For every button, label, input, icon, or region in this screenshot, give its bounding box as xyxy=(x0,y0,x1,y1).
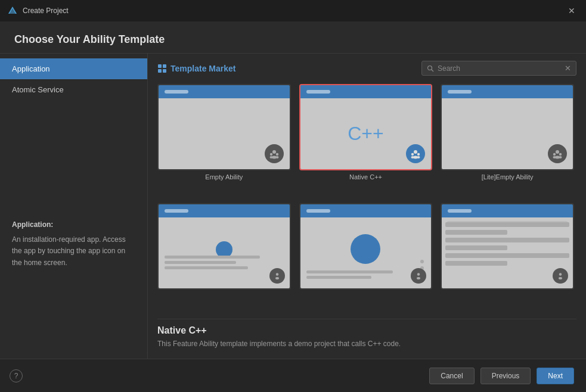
sidebar-item-atomic-service[interactable]: Atomic Service xyxy=(0,79,147,100)
template-preview-empty-ability xyxy=(157,84,291,170)
template-badge-lite xyxy=(548,144,567,163)
template-preview-native-cpp: C++ xyxy=(299,84,433,170)
template-preview-6 xyxy=(441,203,574,290)
template-card-lite-empty[interactable]: [Lite]Empty Ability xyxy=(441,84,574,195)
sidebar-item-application[interactable]: Application xyxy=(0,58,147,79)
people-icon-lite xyxy=(552,148,563,159)
cancel-button[interactable]: Cancel xyxy=(429,368,474,384)
description-title: Application: xyxy=(12,219,135,231)
people-icon-5 xyxy=(414,272,423,280)
template-badge-empty xyxy=(265,144,284,163)
selected-template-name: Native C++ xyxy=(157,325,576,336)
template-card-native-cpp[interactable]: C++ Nati xyxy=(299,84,433,195)
svg-point-16 xyxy=(417,153,420,155)
svg-point-9 xyxy=(269,153,272,155)
search-icon xyxy=(427,65,434,72)
template-market-label: Template Market xyxy=(157,64,235,73)
people-icon-cpp xyxy=(410,148,421,159)
main-area: Template Market ✕ xyxy=(148,54,586,359)
app-logo-icon xyxy=(7,5,18,16)
description-section: Native C++ This Feature Ability template… xyxy=(157,319,576,351)
svg-rect-4 xyxy=(158,69,162,73)
template-preview-4 xyxy=(157,203,291,290)
svg-point-12 xyxy=(269,156,272,158)
svg-point-26 xyxy=(275,273,278,275)
template-card-empty-ability[interactable]: Empty Ability xyxy=(157,84,291,195)
svg-point-6 xyxy=(428,66,432,70)
svg-line-7 xyxy=(432,69,434,71)
sidebar-description: Application: An installation-required ap… xyxy=(0,207,147,281)
people-icon-6 xyxy=(556,272,565,280)
svg-point-13 xyxy=(275,156,278,158)
svg-point-21 xyxy=(553,153,556,155)
search-input[interactable] xyxy=(438,64,561,73)
template-name-lite-empty: [Lite]Empty Ability xyxy=(482,173,534,181)
template-name-empty-ability: Empty Ability xyxy=(205,173,243,181)
next-button[interactable]: Next xyxy=(537,368,574,384)
svg-point-10 xyxy=(275,153,278,155)
people-icon xyxy=(269,148,280,159)
template-preview-lite-empty xyxy=(441,84,574,170)
svg-point-8 xyxy=(272,150,276,154)
search-box[interactable]: ✕ xyxy=(421,61,576,76)
svg-point-14 xyxy=(414,150,417,154)
description-text: An installation-required app. Access the… xyxy=(12,234,135,269)
template-preview-5 xyxy=(299,203,433,290)
sidebar: Application Atomic Service Application: … xyxy=(0,54,148,359)
page-title: Choose Your Ability Template xyxy=(14,33,165,45)
title-bar-title: Create Project xyxy=(23,7,69,15)
template-badge-6 xyxy=(553,268,568,284)
template-card-4[interactable]: – xyxy=(157,203,291,314)
svg-rect-2 xyxy=(158,64,162,68)
previous-button[interactable]: Previous xyxy=(480,368,531,384)
dialog-body: Choose Your Ability Template Application… xyxy=(0,21,586,392)
svg-point-22 xyxy=(559,153,562,155)
template-card-5[interactable]: – xyxy=(299,203,433,314)
template-market-icon xyxy=(157,64,167,73)
svg-point-20 xyxy=(556,150,559,154)
svg-rect-5 xyxy=(163,69,166,73)
svg-point-15 xyxy=(411,153,414,155)
template-name-native-cpp: Native C++ xyxy=(349,173,382,181)
cpp-symbol: C++ xyxy=(348,123,383,145)
svg-point-30 xyxy=(559,273,562,275)
search-clear-button[interactable]: ✕ xyxy=(565,64,571,73)
dialog-header: Choose Your Ability Template xyxy=(0,21,586,54)
svg-point-18 xyxy=(411,156,414,158)
title-bar-left: Create Project xyxy=(7,5,69,16)
template-card-6[interactable]: – xyxy=(441,203,574,314)
title-bar: Create Project ✕ xyxy=(0,0,586,21)
dialog-footer: ? Cancel Previous Next xyxy=(0,359,586,392)
main-top-bar: Template Market ✕ xyxy=(157,61,576,76)
svg-point-28 xyxy=(417,273,420,275)
svg-point-27 xyxy=(275,277,279,279)
svg-point-24 xyxy=(553,156,556,158)
svg-rect-3 xyxy=(163,64,166,68)
dialog-content: Application Atomic Service Application: … xyxy=(0,54,586,359)
svg-point-25 xyxy=(559,156,562,158)
selected-template-description: This Feature Ability template implements… xyxy=(157,338,576,349)
templates-grid: Empty Ability C++ xyxy=(157,84,576,314)
help-button[interactable]: ? xyxy=(10,369,23,382)
close-button[interactable]: ✕ xyxy=(565,5,579,17)
people-icon-4 xyxy=(273,272,281,280)
svg-point-29 xyxy=(417,277,420,279)
svg-point-31 xyxy=(559,277,562,279)
svg-point-19 xyxy=(417,156,420,158)
template-badge-4 xyxy=(269,268,285,284)
